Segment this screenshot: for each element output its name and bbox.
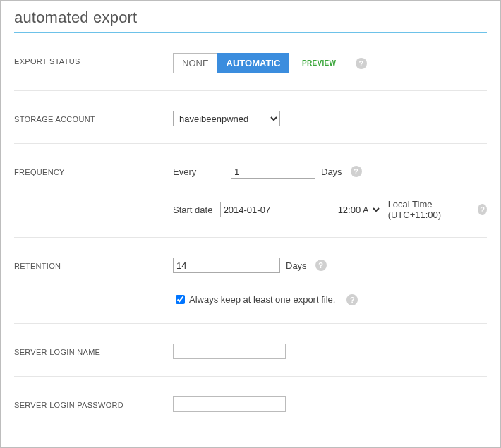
login-name-label: SERVER LOGIN NAME	[14, 344, 173, 356]
help-icon[interactable]: ?	[346, 294, 358, 305]
retention-days-text: Days	[286, 260, 307, 271]
export-status-toggle: NONE AUTOMATIC	[173, 53, 289, 73]
title-underline	[14, 32, 487, 33]
frequency-every-input[interactable]	[231, 164, 315, 179]
page-title: automated export	[14, 8, 487, 27]
retention-label: RETENTION	[14, 258, 173, 270]
help-icon[interactable]: ?	[315, 260, 327, 271]
storage-account-select[interactable]: haveibeenpwned	[173, 111, 280, 126]
help-icon[interactable]: ?	[351, 166, 362, 177]
help-icon[interactable]: ?	[478, 204, 487, 215]
frequency-days-text: Days	[321, 167, 342, 177]
start-time-select[interactable]: 12:00 AM	[332, 202, 382, 217]
always-keep-checkbox[interactable]	[176, 295, 185, 304]
section-login-password: SERVER LOGIN PASSWORD	[14, 392, 487, 429]
preview-badge: PREVIEW	[302, 59, 336, 67]
section-frequency: FREQUENCY Every Days ? Start date 12:00 …	[14, 159, 487, 238]
login-password-input[interactable]	[173, 396, 286, 412]
timezone-text: Local Time (UTC+11:00)	[388, 199, 469, 220]
frequency-label: FREQUENCY	[14, 164, 173, 176]
frequency-every-label: Every	[173, 167, 231, 177]
export-status-none-button[interactable]: NONE	[173, 53, 217, 73]
section-export-status: EXPORT STATUS NONE AUTOMATIC PREVIEW ?	[14, 49, 487, 91]
export-status-automatic-button[interactable]: AUTOMATIC	[217, 53, 290, 73]
section-login-name: SERVER LOGIN NAME	[14, 339, 487, 377]
help-icon[interactable]: ?	[356, 58, 367, 69]
start-date-input[interactable]	[220, 202, 327, 217]
section-storage-account: STORAGE ACCOUNT haveibeenpwned	[14, 107, 487, 144]
login-password-label: SERVER LOGIN PASSWORD	[14, 396, 173, 409]
retention-days-input[interactable]	[173, 258, 280, 273]
export-status-label: EXPORT STATUS	[14, 53, 173, 66]
start-date-label: Start date	[173, 205, 220, 215]
storage-account-label: STORAGE ACCOUNT	[14, 111, 173, 123]
login-name-input[interactable]	[173, 344, 286, 359]
always-keep-label: Always keep at least one export file.	[189, 294, 335, 305]
section-retention: RETENTION Days ? Always keep at least on…	[14, 253, 487, 324]
